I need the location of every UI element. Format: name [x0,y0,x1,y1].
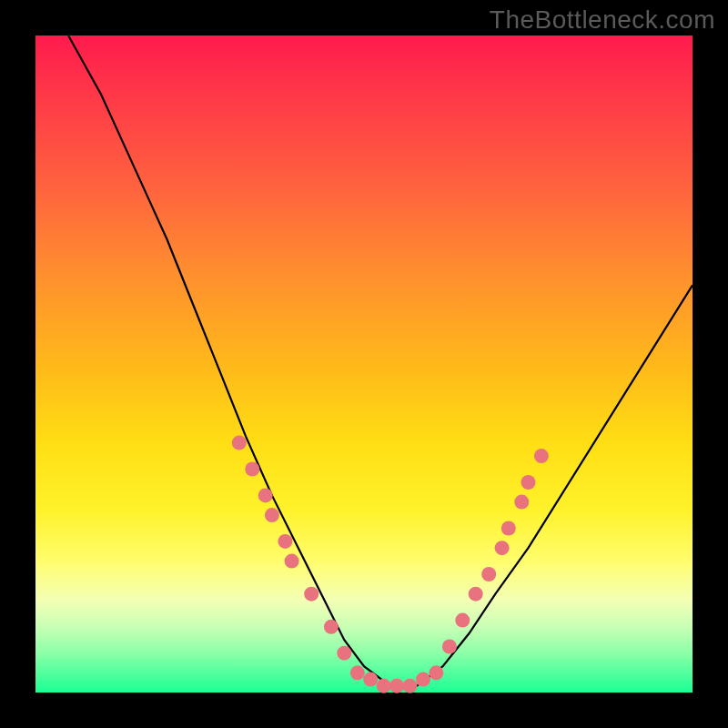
data-point [455,613,470,628]
data-point [514,495,529,510]
data-point [429,665,443,680]
data-point [389,679,404,693]
data-point [377,679,391,693]
data-point [534,449,549,463]
data-point [245,462,259,477]
data-point [442,640,457,654]
data-point [363,672,378,687]
data-point [403,679,418,693]
data-point [258,488,273,502]
bottleneck-curve-path [68,35,693,686]
data-point [324,620,339,634]
data-point [304,587,318,602]
data-point [232,436,247,450]
watermark-text: TheBottleneck.com [490,5,715,35]
data-point [481,567,496,581]
plot-area [35,35,693,693]
data-point [265,508,279,522]
scatter-dots-group [232,436,549,693]
bottleneck-curve-svg [35,35,693,693]
data-point [495,541,510,555]
data-point [501,521,516,536]
data-point [278,534,292,549]
chart-frame: TheBottleneck.com [0,0,728,728]
data-point [416,672,430,687]
data-point [285,554,299,569]
data-point [337,646,351,661]
data-point [521,475,536,490]
data-point [350,665,365,680]
data-point [469,587,483,602]
